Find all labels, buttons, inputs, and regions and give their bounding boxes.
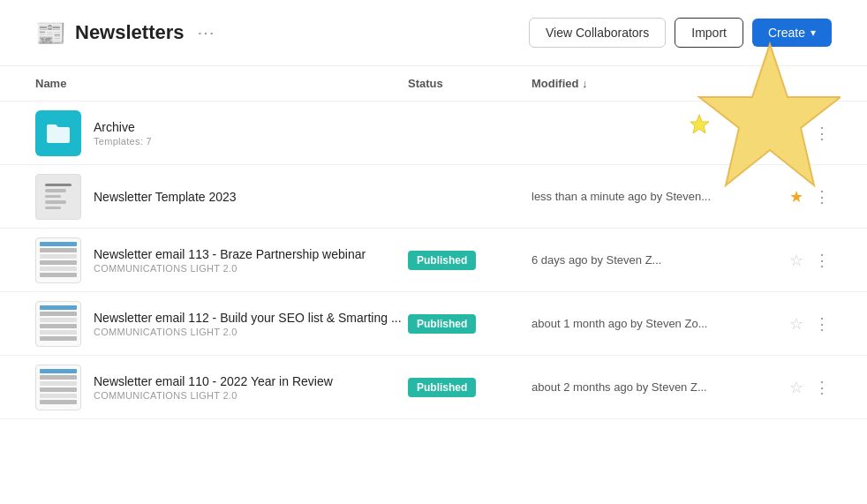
item-name: Archive — [94, 120, 152, 134]
item-sub: COMMUNICATIONS LIGHT 2.0 — [94, 390, 333, 401]
name-info: Archive Templates: 7 — [94, 120, 152, 147]
actions-cell: ★ ⋮ — [779, 185, 832, 208]
actions-cell: ⋮ — [779, 122, 832, 145]
actions-cell: ☆ ⋮ — [779, 376, 832, 399]
col-actions — [779, 77, 832, 90]
status-cell: Published — [408, 314, 532, 334]
star-button[interactable]: ☆ — [788, 376, 805, 399]
status-badge: Published — [408, 314, 476, 334]
import-button[interactable]: Import — [675, 18, 743, 48]
table-row[interactable]: Newsletter email 112 - Build your SEO li… — [0, 292, 867, 356]
status-cell: Published — [408, 378, 532, 397]
star-button[interactable]: ☆ — [788, 312, 805, 335]
name-cell: Newsletter email 113 - Braze Partnership… — [35, 237, 408, 283]
name-info: Newsletter email 112 - Build your SEO li… — [94, 311, 402, 337]
name-info: Newsletter Template 2023 — [94, 190, 237, 204]
more-options-button[interactable]: ⋮ — [812, 249, 832, 272]
item-sub: COMMUNICATIONS LIGHT 2.0 — [94, 327, 402, 337]
create-label: Create — [768, 26, 805, 40]
header-actions: View Collaborators Import Create ▾ — [529, 18, 832, 48]
star-button[interactable]: ★ — [788, 185, 805, 208]
item-name: Newsletter email 113 - Braze Partnership… — [94, 247, 366, 261]
item-name: Newsletter email 110 - 2022 Year in Revi… — [94, 374, 333, 388]
table-row[interactable]: Newsletter Template 2023 less than a min… — [0, 165, 867, 229]
header-left: 📰 Newsletters ⋯ — [35, 19, 218, 48]
actions-cell: ☆ ⋮ — [779, 312, 832, 335]
modified-cell: about 1 month ago by Steven Zo... — [532, 317, 779, 330]
name-info: Newsletter email 110 - 2022 Year in Revi… — [94, 374, 333, 401]
chevron-down-icon: ▾ — [810, 26, 816, 39]
newsletter-thumbnail — [35, 365, 81, 410]
name-cell: Newsletter email 112 - Build your SEO li… — [35, 301, 408, 347]
item-sub: Templates: 7 — [94, 136, 152, 147]
more-options-button[interactable]: ⋮ — [812, 122, 832, 145]
item-name: Newsletter Template 2023 — [94, 190, 237, 204]
newsletter-thumbnail — [35, 301, 81, 347]
table-header: Name Status Modified ↓ — [0, 66, 867, 102]
table-row[interactable]: Newsletter email 113 - Braze Partnership… — [0, 229, 867, 292]
create-button[interactable]: Create ▾ — [752, 19, 832, 47]
status-cell: Published — [408, 251, 532, 270]
more-options-button[interactable]: ⋮ — [812, 376, 832, 399]
newsletters-icon: 📰 — [35, 19, 66, 48]
newsletter-thumbnail — [35, 237, 81, 283]
name-info: Newsletter email 113 - Braze Partnership… — [94, 247, 366, 274]
col-status: Status — [408, 77, 532, 90]
actions-cell: ☆ ⋮ — [779, 249, 832, 272]
template-thumbnail — [35, 174, 81, 220]
star-button[interactable]: ☆ — [788, 249, 805, 272]
status-badge: Published — [408, 378, 476, 397]
folder-icon — [35, 110, 81, 156]
more-options-button[interactable]: ⋮ — [812, 185, 832, 208]
col-modified: Modified ↓ — [532, 77, 779, 90]
item-name: Newsletter email 112 - Build your SEO li… — [94, 311, 402, 325]
modified-cell: about 2 months ago by Steven Z... — [532, 380, 779, 394]
more-options-button[interactable]: ⋮ — [812, 312, 832, 335]
name-cell: Archive Templates: 7 — [35, 110, 408, 156]
modified-cell: less than a minute ago by Steven... — [532, 190, 779, 203]
page-title: Newsletters — [75, 21, 185, 44]
view-collaborators-button[interactable]: View Collaborators — [529, 18, 666, 48]
col-name: Name — [35, 77, 408, 90]
name-cell: Newsletter email 110 - 2022 Year in Revi… — [35, 365, 408, 410]
status-badge: Published — [408, 251, 476, 270]
table-row[interactable]: Newsletter email 110 - 2022 Year in Revi… — [0, 356, 867, 419]
table-row[interactable]: Archive Templates: 7 ⋮ — [0, 102, 867, 165]
modified-cell: 6 days ago by Steven Z... — [532, 253, 779, 267]
item-sub: COMMUNICATIONS LIGHT 2.0 — [94, 263, 366, 274]
more-options-icon[interactable]: ⋯ — [193, 19, 218, 47]
name-cell: Newsletter Template 2023 — [35, 174, 408, 220]
page-header: 📰 Newsletters ⋯ View Collaborators Impor… — [0, 0, 867, 66]
